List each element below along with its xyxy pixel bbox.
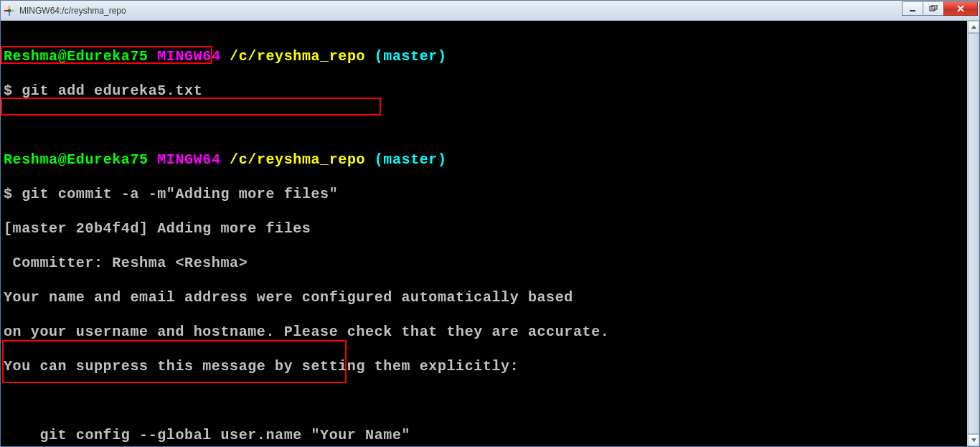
blank-line: [4, 392, 976, 410]
svg-marker-11: [971, 438, 976, 442]
terminal-viewport[interactable]: Reshma@Edureka75 MINGW64 /c/reyshma_repo…: [1, 21, 979, 446]
command-add: $ git add edureka5.txt: [4, 83, 976, 100]
scroll-track[interactable]: [968, 33, 979, 434]
maximize-button[interactable]: [923, 1, 944, 16]
window-title: MINGW64:/c/reyshma_repo: [19, 6, 126, 16]
output-config-name: git config --global user.name "Your Name…: [4, 427, 976, 444]
close-button[interactable]: [943, 1, 978, 16]
svg-rect-3: [9, 12, 10, 16]
command-commit: $ git commit -a -m"Adding more files": [4, 186, 976, 203]
scroll-up-button[interactable]: [968, 21, 979, 33]
prompt-line-2: Reshma@Edureka75 MINGW64 /c/reyshma_repo…: [4, 151, 976, 169]
svg-rect-4: [8, 9, 11, 12]
svg-rect-2: [11, 10, 14, 11]
prompt-line-1: Reshma@Edureka75 MINGW64 /c/reyshma_repo…: [4, 48, 976, 65]
svg-rect-0: [9, 6, 10, 9]
mingw-app-icon: [4, 5, 15, 17]
svg-rect-1: [4, 10, 8, 11]
mingw-terminal-window: MINGW64:/c/reyshma_repo Reshma@Edureka75…: [0, 0, 980, 447]
output-line: Your name and email address were configu…: [4, 289, 976, 306]
output-line: You can suppress this message by setting…: [4, 358, 976, 375]
window-controls: [903, 1, 978, 16]
scroll-down-button[interactable]: [968, 434, 979, 446]
svg-rect-5: [910, 10, 915, 11]
output-line: on your username and hostname. Please ch…: [4, 324, 976, 341]
highlight-box-commit-command: [1, 98, 381, 116]
svg-marker-10: [971, 25, 976, 29]
vertical-scrollbar[interactable]: [967, 21, 979, 446]
blank-line: [4, 117, 976, 134]
terminal-content: Reshma@Edureka75 MINGW64 /c/reyshma_repo…: [1, 21, 979, 446]
output-commit-hash: [master 20b4f4d] Adding more files: [4, 220, 976, 237]
minimize-button[interactable]: [902, 1, 923, 16]
titlebar[interactable]: MINGW64:/c/reyshma_repo: [1, 1, 979, 21]
scroll-thumb[interactable]: [968, 33, 979, 434]
output-committer: Committer: Reshma <Reshma>: [4, 255, 976, 272]
